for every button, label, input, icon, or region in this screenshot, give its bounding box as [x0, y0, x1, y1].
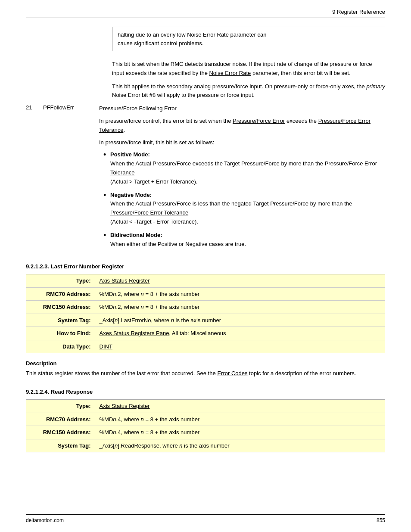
bullet-positive: • Positive Mode: When the Actual Pressur…: [103, 150, 385, 186]
item-description: Pressure/Force Following Error In pressu…: [99, 104, 385, 253]
page-header: 9 Register Reference: [26, 9, 385, 18]
bullet-bidirectional: • Bidirectional Mode: When either of the…: [103, 231, 385, 249]
value-type: Axis Status Register: [95, 274, 385, 288]
numbered-item-21: 21 PFFollowErr Pressure/Force Following …: [26, 104, 385, 253]
table-row: Type: Axis Status Register: [26, 274, 385, 288]
item-number: 21: [26, 104, 43, 253]
section2-table: Type: Axis Status Register RMC70 Address…: [26, 399, 385, 452]
table-row: RMC70 Address: %MDn.4, where n = 8 + the…: [26, 413, 385, 426]
table-row: RMC70 Address: %MDn.2, where n = 8 + the…: [26, 287, 385, 301]
section-heading-1: 9.2.1.2.3. Last Error Number Register: [26, 263, 385, 270]
value-type-2: Axis Status Register: [95, 400, 385, 413]
footer-website: deltamotion.com: [26, 517, 64, 523]
bullet-bidirectional-content: Bidirectional Mode: When either of the P…: [110, 231, 385, 249]
value-rmc150-2: %MDn.4, where n = 8 + the axis number: [95, 426, 385, 439]
warning-line1: halting due to an overly low Noise Error…: [118, 31, 266, 38]
label-system-tag: System Tag:: [26, 314, 95, 327]
value-rmc70: %MDn.2, where n = 8 + the axis number: [95, 287, 385, 301]
header-title: 9 Register Reference: [332, 9, 385, 15]
table-row: RMC150 Address: %MDn.2, where n = 8 + th…: [26, 301, 385, 314]
value-how-to-find: Axes Status Registers Pane, All tab: Mis…: [95, 327, 385, 340]
value-rmc70-2: %MDn.4, where n = 8 + the axis number: [95, 413, 385, 426]
table-row: System Tag: _Axis[n].LastErrorNo, where …: [26, 314, 385, 327]
page-container: 9 Register Reference halting due to an o…: [0, 0, 411, 532]
label-type: Type:: [26, 274, 95, 288]
bullet-negative-content: Negative Mode: When the Actual Pressure/…: [110, 191, 385, 227]
intro-para-1: This bit is set when the RMC detects tra…: [112, 60, 385, 78]
item-name: PFFollowErr: [43, 104, 99, 253]
table-row: System Tag: _Axis[n].ReadResponse, where…: [26, 439, 385, 452]
warning-line2: cause significant control problems.: [118, 40, 203, 47]
value-system-tag-2: _Axis[n].ReadResponse, where n is the ax…: [95, 439, 385, 452]
table-row: Type: Axis Status Register: [26, 400, 385, 413]
label-rmc150-2: RMC150 Address:: [26, 426, 95, 439]
bullet-section: • Positive Mode: When the Actual Pressur…: [99, 150, 385, 249]
footer-page: 855: [377, 517, 385, 523]
value-system-tag: _Axis[n].LastErrorNo, where n is the axi…: [95, 314, 385, 327]
label-system-tag-2: System Tag:: [26, 439, 95, 452]
table-row: RMC150 Address: %MDn.4, where n = 8 + th…: [26, 426, 385, 439]
value-data-type: DINT: [95, 340, 385, 353]
label-rmc150: RMC150 Address:: [26, 301, 95, 314]
label-data-type: Data Type:: [26, 340, 95, 353]
bullet-dot-3: •: [103, 231, 110, 240]
desc-text-1: This status register stores the number o…: [26, 369, 385, 378]
bullet-dot-2: •: [103, 191, 110, 200]
label-rmc70: RMC70 Address:: [26, 287, 95, 301]
warning-box: halting due to an overly low Noise Error…: [112, 27, 385, 51]
page-footer: deltamotion.com 855: [26, 514, 385, 523]
label-type-2: Type:: [26, 400, 95, 413]
desc-heading-1: Description: [26, 360, 385, 367]
value-rmc150: %MDn.2, where n = 8 + the axis number: [95, 301, 385, 314]
table-row: How to Find: Axes Status Registers Pane,…: [26, 327, 385, 340]
label-how-to-find: How to Find:: [26, 327, 95, 340]
intro-para-2: This bit applies to the secondary analog…: [112, 82, 385, 100]
label-rmc70-2: RMC70 Address:: [26, 413, 95, 426]
bullet-negative: • Negative Mode: When the Actual Pressur…: [103, 191, 385, 227]
bullet-positive-content: Positive Mode: When the Actual Pressure/…: [110, 150, 385, 186]
item-desc-text: Pressure/Force Following Error: [99, 104, 385, 113]
section1-table: Type: Axis Status Register RMC70 Address…: [26, 274, 385, 353]
table-row: Data Type: DINT: [26, 340, 385, 353]
bullet-dot: •: [103, 150, 110, 160]
section-heading-2: 9.2.1.2.4. Read Response: [26, 389, 385, 395]
